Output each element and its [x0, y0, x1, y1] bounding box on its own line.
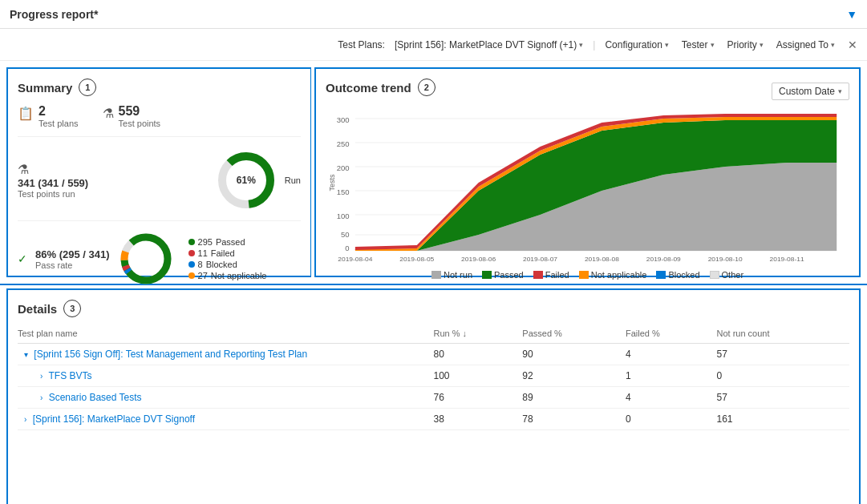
row-passed-pct: 78	[522, 409, 626, 430]
configuration-filter[interactable]: Configuration ▾	[602, 38, 671, 52]
blocked-legend: Blocked	[656, 270, 699, 280]
svg-text:Tests: Tests	[327, 174, 335, 191]
na-legend-item: 27 Not applicable	[188, 271, 267, 280]
run-value: 341 (341 / 559)	[18, 177, 198, 189]
outcome-title: Outcome trend	[326, 81, 411, 95]
page-header: Progress report* ▼	[0, 0, 867, 29]
expand-button[interactable]: ▾	[24, 350, 28, 359]
close-button[interactable]: ✕	[848, 38, 857, 51]
assigned-to-filter[interactable]: Assigned To ▾	[773, 38, 838, 52]
tester-label: Tester	[682, 39, 708, 50]
outcome-panel: Outcome trend 2 Custom Date ▾ 300 250 20…	[314, 67, 861, 277]
passed-legend: Passed	[482, 270, 524, 280]
row-plan-name[interactable]: [Sprint 156]: MarketPlace DVT Signoff	[33, 413, 195, 425]
blocked-legend-item: 8 Blocked	[188, 260, 267, 269]
test-plans-value: [Sprint 156]: MarketPlace DVT Signoff (+…	[395, 39, 577, 50]
test-plans-stat: 📋 2 Test plans	[18, 104, 79, 128]
failed-legend-item: 11 Failed	[188, 248, 267, 258]
row-name-cell: › [Sprint 156]: MarketPlace DVT Signoff	[18, 409, 434, 430]
details-number: 3	[63, 300, 81, 317]
page-title: Progress report*	[10, 8, 98, 21]
row-run-pct: 76	[434, 387, 523, 409]
row-failed-pct: 4	[626, 387, 717, 409]
row-plan-name[interactable]: [Sprint 156 Sign Off]: Test Management a…	[34, 349, 307, 360]
test-plans-label: Test Plans:	[338, 39, 385, 50]
details-panel: Details 3 Test plan name Run % ↓ Passed …	[6, 288, 861, 504]
test-plans-count: 2	[38, 104, 79, 119]
configuration-chevron: ▾	[665, 41, 669, 49]
custom-date-chevron: ▾	[838, 87, 842, 95]
chart-area: 300 250 200 150 100 50 0 Tests	[326, 111, 849, 267]
svg-text:150: 150	[337, 188, 350, 196]
filter-icon[interactable]: ▼	[846, 8, 857, 21]
row-name-cell: › TFS BVTs	[18, 365, 434, 387]
summary-title: Summary	[18, 81, 72, 95]
not-run-rect	[431, 271, 441, 279]
bottom-row: Details 3 Test plan name Run % ↓ Passed …	[0, 285, 867, 504]
blocked-rect	[656, 271, 666, 279]
expand-button[interactable]: ›	[40, 393, 43, 402]
row-failed-pct: 1	[626, 365, 717, 387]
run-icon: ⚗	[18, 163, 29, 176]
tester-filter[interactable]: Tester ▾	[679, 38, 718, 52]
not-applicable-legend: Not applicable	[579, 270, 647, 280]
pass-label: Pass rate	[35, 260, 110, 270]
col-failed-pct: Failed %	[626, 325, 717, 344]
details-header: Details 3	[18, 300, 849, 317]
details-title: Details	[18, 302, 57, 316]
row-plan-name[interactable]: TFS BVTs	[48, 370, 91, 381]
assigned-to-chevron: ▾	[831, 41, 835, 49]
blocked-dot	[188, 261, 195, 268]
row-name-cell: ▾ [Sprint 156 Sign Off]: Test Management…	[18, 344, 434, 365]
svg-text:2019-08-05: 2019-08-05	[399, 256, 434, 263]
check-icon: ✓	[18, 252, 27, 265]
row-name-cell: › Scenario Based Tests	[18, 387, 434, 409]
outcome-chart: 300 250 200 150 100 50 0 Tests	[326, 111, 849, 267]
failed-rect	[533, 271, 543, 279]
svg-text:100: 100	[337, 212, 350, 220]
table-row: ▾ [Sprint 156 Sign Off]: Test Management…	[18, 344, 849, 365]
row-failed-pct: 4	[626, 344, 717, 365]
priority-filter[interactable]: Priority ▾	[724, 38, 767, 52]
row-not-run-count: 57	[716, 344, 849, 365]
test-plans-icon: 📋	[18, 106, 34, 121]
svg-text:2019-08-09: 2019-08-09	[646, 256, 681, 263]
not-applicable-rect	[579, 271, 589, 279]
row-not-run-count: 57	[716, 387, 849, 409]
other-legend: Other	[710, 270, 744, 280]
tester-chevron: ▾	[711, 41, 715, 49]
svg-text:250: 250	[337, 140, 350, 148]
expand-button[interactable]: ›	[40, 372, 43, 381]
svg-text:0: 0	[345, 244, 349, 252]
row-not-run-count: 0	[716, 365, 849, 387]
chart-legend: Not run Passed Failed Not applicable Blo…	[326, 270, 849, 280]
test-plans-filter[interactable]: [Sprint 156]: MarketPlace DVT Signoff (+…	[391, 38, 586, 52]
top-row: Summary 1 📋 2 Test plans ⚗ 559 Test poin…	[0, 61, 867, 285]
outcome-section-header: Outcome trend 2	[326, 79, 436, 96]
svg-text:300: 300	[337, 116, 350, 124]
row-plan-name[interactable]: Scenario Based Tests	[49, 392, 142, 403]
svg-text:2019-08-11: 2019-08-11	[770, 256, 804, 263]
test-plans-stat-label: Test plans	[38, 119, 79, 128]
table-header-row: Test plan name Run % ↓ Passed % Failed %…	[18, 325, 849, 344]
col-not-run-count: Not run count	[716, 325, 849, 344]
run-donut: 61%	[214, 148, 278, 212]
custom-date-button[interactable]: Custom Date ▾	[772, 83, 849, 100]
pass-legend: 295 Passed 11 Failed 8 Blocked	[188, 237, 267, 280]
svg-text:2019-08-10: 2019-08-10	[708, 256, 743, 263]
summary-stats: 📋 2 Test plans ⚗ 559 Test points	[18, 104, 301, 137]
summary-header: Summary 1	[18, 79, 301, 96]
row-run-pct: 80	[434, 344, 523, 365]
row-not-run-count: 161	[716, 409, 849, 430]
row-passed-pct: 92	[522, 365, 626, 387]
run-text: Run	[285, 175, 301, 185]
svg-text:2019-08-08: 2019-08-08	[585, 256, 619, 263]
expand-button[interactable]: ›	[24, 415, 26, 424]
col-run-pct: Run % ↓	[434, 325, 523, 344]
filter-bar: Test Plans: [Sprint 156]: MarketPlace DV…	[0, 29, 867, 61]
priority-label: Priority	[727, 39, 757, 50]
other-rect	[710, 271, 719, 279]
passed-rect	[482, 271, 492, 279]
svg-text:200: 200	[337, 164, 350, 172]
summary-panel: Summary 1 📋 2 Test plans ⚗ 559 Test poin…	[6, 67, 311, 277]
